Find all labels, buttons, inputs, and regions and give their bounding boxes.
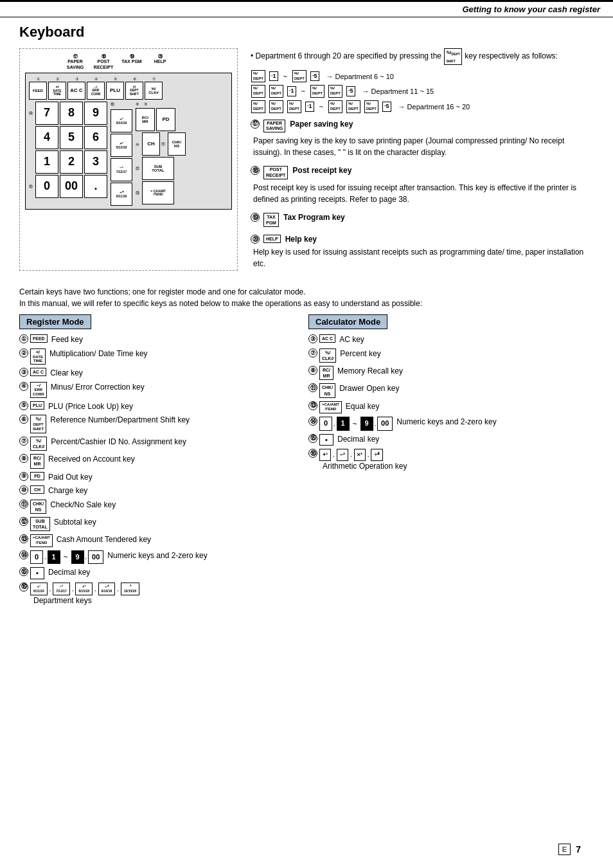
key-00[interactable]: 00 [60, 175, 83, 198]
list-item-dept-keys: ⑯ +¹6/11/16, −²7/12/17, ×³8/13/18, ÷⁴9/1… [19, 583, 289, 606]
key-label-post-receipt: ⑱POSTRECEIPT [92, 54, 115, 70]
dept-key-1: +¹6/11/16 [30, 583, 48, 595]
calc-item-equal: ⑬ =CA/AMT/TEND Equal key [308, 401, 594, 414]
calc-nk-00: 00 [377, 417, 393, 430]
keyboard-diagram: ⑰PAPERSAVING ⑱POSTRECEIPT ⑲TAX PGM ⑳HELP… [19, 48, 238, 271]
block-paper-saving-header: ⑰ PAPERSAVING Paper saving key [251, 120, 594, 133]
tilde-2: ~ [301, 87, 305, 95]
key-rc-mr[interactable]: RC/MR [136, 108, 155, 131]
key-mult2[interactable]: ×²8/13/18 [111, 134, 132, 157]
key-err-corr[interactable]: −/ERR CORR [87, 82, 105, 100]
key-ac[interactable]: AC C [67, 82, 85, 100]
badge-dept-shift-4: %/DEPT [269, 85, 283, 98]
intro-line1: Certain keys have two functions; one for… [19, 287, 306, 296]
key-0[interactable]: 0 [35, 175, 58, 198]
badge-1c: ·1 [305, 102, 314, 112]
block-help: ⑳ HELP Help key Help key is used for iss… [251, 235, 594, 269]
badge-dept-shift-3: %/DEPT [251, 85, 265, 98]
key-date-time[interactable]: ×/DATE TIME [48, 82, 66, 100]
header-title: Getting to know your cash register [462, 5, 600, 14]
list-item-decimal: ⑮ • Decimal key [19, 567, 289, 579]
numeric-keys-display: 0, 1~ 9, 00 [30, 550, 103, 564]
calc-item-arith: ⑯ +¹, −², ×³, ÷⁴ Arithmetic Operation ke… [308, 449, 594, 471]
badge-dept-shift-5: %/DEPT [310, 85, 324, 98]
block-paper-saving-title: Paper saving key [290, 120, 353, 129]
key-9[interactable]: 9 [84, 102, 107, 125]
calc-item-percent: ⑦ %/CLK# Percent key [308, 348, 594, 363]
dept-keys-row: +¹6/11/16, −²7/12/17, ×³8/13/18, ÷⁴9/14/… [30, 583, 139, 595]
num-18: ⑱ [251, 166, 260, 175]
badge-ds-9: %/DEPT [287, 100, 301, 113]
list-item-pd: ⑨ PD Paid Out key [19, 472, 289, 483]
calculator-mode-box: Calculator Mode [308, 314, 387, 329]
block-help-header: ⑳ HELP Help key [251, 235, 594, 244]
badge-dept-shift-1: %/DEPT [251, 70, 265, 83]
list-item-numeric: ⑭ 0, 1~ 9, 00 Numeric keys and 2-zero ke… [19, 550, 289, 564]
register-mode-box: Register Mode [19, 314, 91, 329]
two-col-section: Register Mode ① FEED Feed key ② ×/DATETI… [19, 314, 594, 610]
key-5[interactable]: 5 [60, 126, 83, 149]
keyboard-description: • Department 6 through 20 are specified … [251, 48, 594, 277]
badge-dept-shift-2: %/DEPT [292, 70, 306, 83]
page-letter: E [558, 844, 571, 855]
block-post-receipt: ⑱ POSTRECEIPT Post receipt key Post rece… [251, 166, 594, 205]
key-dept-shift[interactable]: #/DEPT SHIFT [125, 82, 143, 100]
dept-spec-row-11-15: %/DEPT %/DEPT ·1 ~ %/DEPT %/DEPT ·5 → De… [251, 85, 594, 98]
block-help-title: Help key [285, 235, 317, 244]
list-item-rc: ⑧ RC/MR Received on Account key [19, 454, 289, 468]
dept-key-5: ⁵10/15/20 [121, 583, 139, 595]
calc-item-decimal: ⑮ • Decimal key [308, 434, 594, 446]
list-item-plu: ⑤ PLU PLU (Price Look Up) key [19, 401, 289, 412]
key-label-tax-pgm: ⑲TAX PGM [120, 54, 143, 70]
key-plu[interactable]: PLU [106, 82, 124, 100]
calc-item-numeric: ⑭ 0, 1~ 9, 00 Numeric keys and 2-zero ke… [308, 417, 594, 430]
key-help-icon: HELP [263, 235, 281, 243]
list-item-clk: ⑦ %/CLK# Percent/Cashier ID No. Assignme… [19, 437, 289, 451]
key-plus4[interactable]: +⁴6/11/16 [111, 183, 132, 206]
key-plus1[interactable]: +¹9/14/19 [111, 109, 132, 132]
dept-spec-row-6-10: %/DEPT ·1 ~ %/DEPT ·5 → Department 6 ~ 1… [251, 70, 594, 83]
calc-item-memory: ⑧ RC/MR Memory Recall key [308, 366, 594, 380]
block-paper-saving-text: Paper saving key is the key to save prin… [253, 135, 594, 158]
calc-numeric-display: 0, 1~ 9, 00 [319, 417, 393, 430]
key-minus3[interactable]: −³7/12/17 [111, 158, 132, 181]
tilde-3: ~ [319, 103, 323, 111]
arith-minus: −² [337, 449, 348, 461]
register-mode-section: Register Mode ① FEED Feed key ② ×/DATETI… [19, 314, 289, 610]
badge-5b: ·5 [346, 86, 355, 96]
list-item-clear: ③ AC C Clear key [19, 368, 289, 379]
dept-shift-badge: %/DEPTSHIFT [444, 48, 462, 65]
badge-ds-7: %/DEPT [251, 100, 265, 113]
dept-key-4: ÷⁴9/14/19 [98, 583, 116, 595]
key-sub-total[interactable]: SUBTOTAL [142, 157, 174, 180]
key-chk-ns[interactable]: CHK/NS [168, 132, 186, 156]
calc-item-drawer: ⑪ CHK/NS Drawer Open key [308, 383, 594, 397]
key-ch[interactable]: CH [142, 132, 160, 156]
key-ca-amt[interactable]: = CA/AMT/TEND [142, 181, 174, 204]
key-8[interactable]: 8 [60, 102, 83, 125]
key-4[interactable]: 4 [35, 126, 58, 149]
key-decimal[interactable]: . [84, 175, 107, 198]
key-6[interactable]: 6 [84, 126, 107, 149]
key-feed[interactable]: FEED [29, 82, 47, 100]
key-paper-saving-icon: PAPERSAVING [263, 120, 285, 133]
key-1[interactable]: 1 [35, 150, 58, 174]
arrow-1: → Department 6 ~ 10 [326, 73, 394, 80]
key-3[interactable]: 3 [84, 150, 107, 174]
badge-5c: ·5 [382, 102, 391, 112]
dept-spec-intro: • Department 6 through 20 are specified … [251, 48, 594, 65]
block-tax-pgm: ⑲ TAXPGM Tax Program key [251, 213, 594, 227]
key-clk[interactable]: %/CLK# [145, 82, 163, 100]
key-tax-pgm-icon: TAXPGM [263, 213, 279, 227]
badge-dept-shift-6: %/DEPT [328, 85, 342, 98]
badge-5: ·5 [310, 71, 319, 82]
list-item-feed: ① FEED Feed key [19, 334, 289, 345]
dept-keys-label: Department keys [33, 595, 92, 606]
key-2[interactable]: 2 [60, 150, 83, 174]
key-label-help: ⑳HELP [148, 54, 172, 70]
calc-nk-9: 9 [360, 417, 373, 430]
page-footer: E 7 [558, 844, 581, 855]
main-content: Keyboard ⑰PAPERSAVING ⑱POSTRECEIPT ⑲TAX … [0, 17, 613, 622]
key-pd[interactable]: PD [156, 108, 175, 131]
key-7[interactable]: 7 [35, 102, 58, 125]
